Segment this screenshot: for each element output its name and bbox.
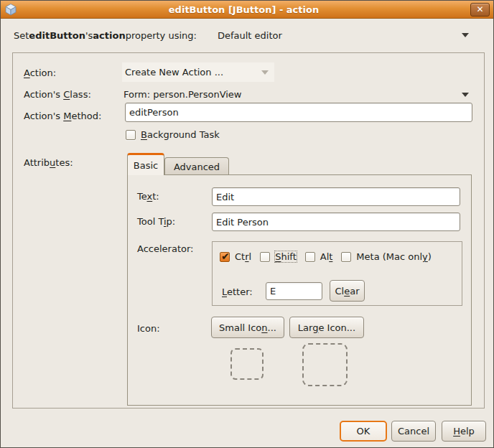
checkbox-box: ✔ — [341, 252, 351, 262]
label-part: elp — [460, 426, 475, 437]
window-title: editButton [JButton] - action — [17, 4, 470, 15]
label-mnemonic: H — [453, 426, 460, 437]
text-label: Text: — [137, 191, 159, 202]
label-mnemonic: y — [422, 251, 428, 262]
accelerator-label: Accelerator: — [137, 243, 193, 254]
sentence-part: 's — [85, 30, 93, 41]
meta-checkbox-label: Meta (Mac only) — [356, 251, 432, 262]
label-part: Ct — [235, 251, 245, 262]
tab-advanced-label: Advanced — [174, 162, 220, 172]
background-task-checkbox[interactable]: ✔ Background Task — [126, 129, 220, 140]
modifier-checkbox-row: ✔ Ctrl ✔ Shift ✔ Alt ✔ Meta (Mac only) — [220, 251, 432, 262]
label-part: Te — [137, 191, 147, 202]
label-mnemonic: e — [344, 286, 350, 297]
javabean-cube-icon — [4, 3, 17, 16]
label-part: tes: — [55, 157, 73, 168]
label-mnemonic: t — [329, 251, 332, 262]
action-class-label: Action's Class: — [24, 89, 91, 100]
ok-button[interactable]: OK — [340, 421, 387, 442]
action-method-input[interactable] — [125, 103, 472, 122]
letter-input[interactable] — [266, 282, 322, 300]
label-part: Small Ico — [219, 322, 261, 333]
label-part: etter: — [227, 286, 253, 297]
label-part: Cl — [335, 286, 344, 297]
checkbox-box: ✔ — [220, 252, 230, 262]
alt-checkbox[interactable]: ✔ Alt — [305, 251, 333, 262]
label-mnemonic: C — [63, 89, 70, 100]
chevron-down-icon[interactable] — [462, 33, 469, 37]
ctrl-checkbox-label: Ctrl — [235, 251, 251, 262]
label-part: Attrib — [24, 157, 50, 168]
action-combo-value: Create New Action ... — [125, 67, 223, 78]
label-mnemonic: L — [222, 286, 227, 297]
chevron-down-disabled-icon — [261, 70, 269, 75]
help-button[interactable]: Help — [442, 421, 486, 442]
accelerator-groupbox: ✔ Ctrl ✔ Shift ✔ Alt ✔ Meta (Mac only) — [212, 241, 462, 306]
shift-checkbox-label: Shift — [275, 251, 297, 262]
small-icon-button[interactable]: Small Icon... — [211, 317, 284, 338]
tab-advanced[interactable]: Advanced — [164, 157, 229, 175]
checkbox-box: ✔ — [126, 130, 136, 140]
label-mnemonic: M — [63, 111, 71, 121]
help-button-label: Help — [453, 426, 475, 437]
tab-basic[interactable]: Basic — [127, 153, 164, 175]
close-button[interactable]: ✕ — [470, 3, 490, 17]
cancel-button[interactable]: Cancel — [391, 421, 436, 442]
attributes-label: Attributes: — [24, 157, 73, 168]
text-input[interactable] — [212, 187, 460, 206]
label-part: l — [249, 251, 252, 262]
editor-selector-row[interactable]: Set editButton's action property using: … — [14, 27, 469, 44]
label-part: lass: — [70, 89, 91, 100]
label-part: Lar — [298, 322, 312, 333]
label-part: Action's — [24, 89, 63, 100]
close-icon: ✕ — [476, 4, 483, 14]
component-name: editButton — [29, 30, 85, 41]
large-icon-button[interactable]: Large Icon... — [289, 317, 364, 338]
property-name: action — [93, 30, 125, 41]
clear-button[interactable]: Clear — [330, 280, 365, 302]
ctrl-checkbox[interactable]: ✔ Ctrl — [220, 251, 251, 262]
meta-checkbox[interactable]: ✔ Meta (Mac only) — [341, 251, 432, 262]
sentence-part: Set — [14, 30, 29, 41]
label-part: Action's — [24, 111, 63, 121]
label-mnemonic: A — [24, 67, 30, 78]
basic-tab-panel: Text: Tool Tip: Accelerator: ✔ Ctrl ✔ Sh… — [127, 174, 472, 406]
label-part: ar — [350, 286, 359, 297]
editor-combo-value[interactable]: Default editor — [218, 30, 282, 41]
tab-basic-label: Basic — [134, 160, 158, 171]
label-part: Al — [320, 251, 330, 262]
tooltip-input[interactable] — [212, 213, 460, 231]
label-part: ackground Task — [147, 129, 220, 140]
sentence-part: property using: — [126, 30, 197, 41]
label-part: ... — [268, 322, 276, 333]
shift-checkbox[interactable]: ✔ Shift — [260, 251, 297, 262]
label-part: t: — [152, 191, 159, 202]
large-icon-button-label: Large Icon... — [298, 322, 355, 333]
label-part: ction: — [30, 67, 56, 78]
letter-label: Letter: — [222, 286, 253, 297]
clear-button-label: Clear — [335, 286, 359, 297]
label-part: hift — [281, 251, 296, 262]
checkbox-box: ✔ — [305, 252, 315, 262]
action-class-combo-value[interactable]: Form: person.PersonView — [124, 89, 242, 100]
chevron-down-icon[interactable] — [462, 93, 469, 97]
icon-label: Icon: — [137, 323, 160, 334]
cancel-button-label: Cancel — [398, 426, 429, 437]
large-icon-placeholder[interactable] — [302, 343, 348, 386]
label-mnemonic: B — [141, 129, 147, 140]
title-bar[interactable]: editButton [JButton] - action ✕ — [1, 1, 493, 19]
tooltip-label: Tool Tip: — [137, 216, 175, 227]
label-part: p: — [167, 216, 176, 227]
ok-button-label: OK — [357, 426, 370, 437]
action-combo-disabled: Create New Action ... — [122, 62, 274, 82]
background-task-label: Background Task — [141, 129, 220, 140]
label-part: ) — [428, 251, 432, 262]
label-part: e Icon... — [318, 322, 355, 333]
small-icon-placeholder[interactable] — [230, 348, 264, 380]
label-part: Meta (Mac onl — [356, 251, 422, 262]
action-label: Action: — [24, 67, 56, 78]
check-mark-icon: ✔ — [221, 251, 230, 262]
small-icon-button-label: Small Icon... — [219, 322, 276, 333]
label-mnemonic: n — [261, 322, 267, 333]
action-editor-dialog: editButton [JButton] - action ✕ Set edit… — [0, 0, 494, 448]
